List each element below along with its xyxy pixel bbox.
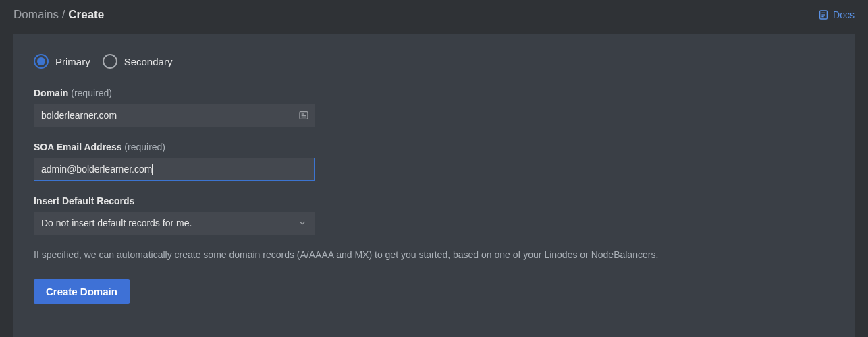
default-records-label: Insert Default Records xyxy=(34,195,834,206)
default-records-select[interactable]: Do not insert default records for me. xyxy=(34,212,315,235)
create-domain-panel: Primary Secondary Domain (required) SOA … xyxy=(13,34,855,337)
default-records-help-text: If specified, we can automatically creat… xyxy=(34,249,834,260)
docs-label: Docs xyxy=(833,9,855,20)
radio-secondary-label: Secondary xyxy=(124,56,173,67)
soa-email-input[interactable]: admin@bolderlearner.com xyxy=(34,158,315,181)
domain-input[interactable] xyxy=(34,104,315,127)
contact-card-icon xyxy=(298,110,309,121)
soa-email-label: SOA Email Address (required) xyxy=(34,142,834,152)
chevron-down-icon xyxy=(298,218,307,228)
radio-primary-circle xyxy=(34,54,49,69)
breadcrumb: Domains / Create xyxy=(13,8,104,22)
radio-primary-label: Primary xyxy=(55,56,90,67)
breadcrumb-current: Create xyxy=(68,8,104,21)
domain-label: Domain (required) xyxy=(34,88,834,98)
default-records-selected-value: Do not insert default records for me. xyxy=(41,218,192,228)
breadcrumb-separator: / xyxy=(62,8,68,21)
radio-secondary-circle xyxy=(103,54,117,69)
zone-type-radio-group: Primary Secondary xyxy=(34,54,834,69)
create-domain-button[interactable]: Create Domain xyxy=(34,279,130,304)
text-caret xyxy=(152,164,153,175)
docs-icon xyxy=(818,9,829,20)
radio-primary[interactable]: Primary xyxy=(34,54,90,69)
breadcrumb-parent[interactable]: Domains xyxy=(13,8,59,21)
radio-secondary[interactable]: Secondary xyxy=(103,54,173,69)
docs-link[interactable]: Docs xyxy=(818,9,855,20)
